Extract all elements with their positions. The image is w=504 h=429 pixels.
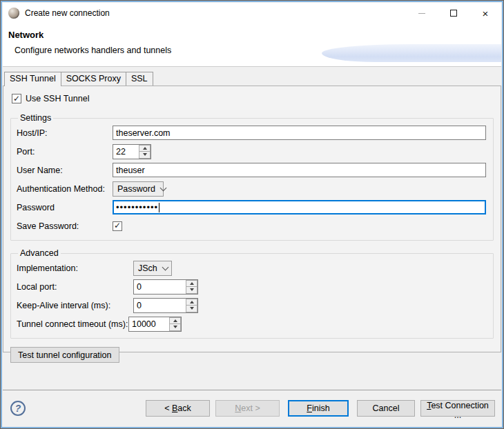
implementation-select[interactable]: JSch — [133, 261, 172, 276]
keep-alive-input[interactable] — [134, 299, 186, 312]
keep-alive-spin-buttons — [186, 299, 197, 312]
window-title: Create new connection — [25, 8, 110, 18]
maximize-icon — [450, 10, 457, 17]
next-button: Next > — [215, 400, 280, 417]
implementation-value: JSch — [138, 263, 157, 273]
auth-method-row: Authentication Method: Password — [17, 179, 486, 198]
local-port-label: Local port: — [17, 282, 133, 292]
cancel-button[interactable]: Cancel — [357, 400, 415, 417]
checkmark-icon: ✓ — [114, 221, 121, 230]
arrow-up-icon — [190, 301, 194, 303]
keep-alive-label: Keep-Alive interval (ms): — [17, 301, 133, 310]
minimize-button[interactable] — [406, 3, 438, 23]
local-port-spin-buttons — [186, 280, 197, 294]
save-password-checkbox[interactable]: ✓ — [113, 221, 122, 231]
password-label: Password — [17, 203, 113, 212]
tab-ssh-tunnel[interactable]: SSH Tunnel — [4, 72, 61, 86]
save-password-label: Save Password: — [17, 221, 113, 231]
port-increment-button[interactable] — [139, 145, 151, 152]
chevron-down-icon — [159, 184, 166, 191]
banner-swoosh-decoration — [322, 44, 501, 62]
button-bar: ? < Back Next > Finish Cancel Test Conne… — [3, 390, 501, 426]
host-label: Host/IP: — [17, 128, 113, 138]
implementation-row: Implementation: JSch — [17, 259, 486, 277]
back-button[interactable]: < Back — [146, 400, 210, 417]
host-input[interactable] — [113, 126, 486, 140]
use-ssh-tunnel-row: ✓ Use SSH Tunnel — [12, 92, 494, 106]
arrow-down-icon — [173, 326, 177, 328]
user-name-input[interactable] — [113, 163, 486, 177]
arrow-up-icon — [143, 147, 147, 150]
local-port-decrement-button[interactable] — [186, 287, 197, 294]
implementation-label: Implementation: — [17, 263, 133, 273]
auth-method-value: Password — [117, 184, 155, 194]
local-port-spinner — [133, 279, 198, 295]
port-decrement-button[interactable] — [139, 152, 151, 159]
save-password-row: Save Password: ✓ — [17, 217, 486, 235]
local-port-input[interactable] — [134, 280, 186, 294]
page-title: Network — [8, 30, 43, 40]
arrow-up-icon — [173, 319, 177, 322]
user-row: User Name: — [17, 161, 486, 179]
chevron-down-icon — [162, 263, 168, 270]
tunnel-timeout-spin-buttons — [169, 317, 181, 331]
create-connection-dialog: Create new connection × Network Configur… — [0, 0, 504, 429]
minimize-icon — [418, 13, 425, 14]
dialog-buttons: < Back Next > Finish Cancel Test Connect… — [146, 400, 495, 417]
tunnel-timeout-increment-button[interactable] — [169, 317, 181, 325]
port-spinner — [113, 144, 151, 159]
keep-alive-increment-button[interactable] — [186, 299, 197, 306]
tab-socks-proxy[interactable]: SOCKS Proxy — [61, 72, 126, 86]
port-input[interactable] — [113, 145, 139, 159]
user-name-label: User Name: — [17, 166, 113, 175]
password-input[interactable]: ••••••••••• — [113, 200, 486, 214]
arrow-up-icon — [190, 282, 194, 285]
wizard-banner: Network Configure networks handlers and … — [3, 23, 501, 67]
help-icon: ? — [15, 403, 21, 414]
title-bar: Create new connection × — [3, 3, 501, 23]
port-row: Port: — [17, 142, 486, 161]
settings-group: Settings Host/IP: Port: — [10, 113, 494, 241]
maximize-button[interactable] — [438, 3, 469, 23]
tab-bar: SSH Tunnel SOCKS Proxy SSL — [3, 72, 501, 86]
close-button[interactable]: × — [469, 3, 501, 23]
window-controls: × — [406, 3, 501, 23]
use-ssh-tunnel-checkbox[interactable]: ✓ — [12, 94, 21, 103]
tunnel-timeout-spinner — [128, 317, 182, 332]
text-cursor — [159, 203, 159, 212]
port-label: Port: — [17, 147, 113, 157]
local-port-increment-button[interactable] — [186, 280, 197, 288]
finish-button[interactable]: Finish — [288, 400, 349, 417]
arrow-down-icon — [190, 288, 194, 291]
advanced-group-title: Advanced — [18, 248, 61, 258]
arrow-down-icon — [143, 153, 147, 156]
settings-group-title: Settings — [18, 113, 53, 123]
keep-alive-row: Keep-Alive interval (ms): — [17, 296, 486, 315]
tunnel-timeout-input[interactable] — [129, 317, 169, 331]
use-ssh-tunnel-label: Use SSH Tunnel — [26, 94, 89, 103]
tunnel-timeout-row: Tunnel connect timeout (ms): — [17, 315, 486, 333]
checkmark-icon: ✓ — [13, 94, 20, 103]
help-button[interactable]: ? — [10, 401, 26, 416]
password-masked-value: ••••••••••• — [116, 203, 158, 212]
ssh-tunnel-panel: ✓ Use SSH Tunnel Settings Host/IP: Port: — [3, 86, 501, 352]
tab-ssl[interactable]: SSL — [126, 72, 153, 86]
page-subtitle: Configure networks handlers and tunnels — [14, 46, 171, 55]
advanced-group: Advanced Implementation: JSch Local port… — [10, 248, 494, 339]
keep-alive-decrement-button[interactable] — [186, 306, 197, 312]
tunnel-timeout-label: Tunnel connect timeout (ms): — [17, 319, 128, 329]
globe-app-icon — [8, 8, 19, 19]
spacer — [3, 352, 501, 390]
test-connection-button[interactable]: Test Connection ... — [420, 400, 495, 417]
local-port-row: Local port: — [17, 277, 486, 296]
close-icon: × — [483, 8, 489, 19]
auth-method-label: Authentication Method: — [17, 184, 113, 194]
keep-alive-spinner — [133, 298, 198, 313]
main-area: SSH Tunnel SOCKS Proxy SSL ✓ Use SSH Tun… — [3, 67, 501, 390]
arrow-down-icon — [190, 307, 194, 310]
host-row: Host/IP: — [17, 123, 486, 142]
auth-method-select[interactable]: Password — [113, 181, 164, 197]
tunnel-timeout-decrement-button[interactable] — [169, 324, 181, 331]
password-row: Password ••••••••••• — [17, 198, 486, 217]
port-spin-buttons — [139, 145, 151, 159]
